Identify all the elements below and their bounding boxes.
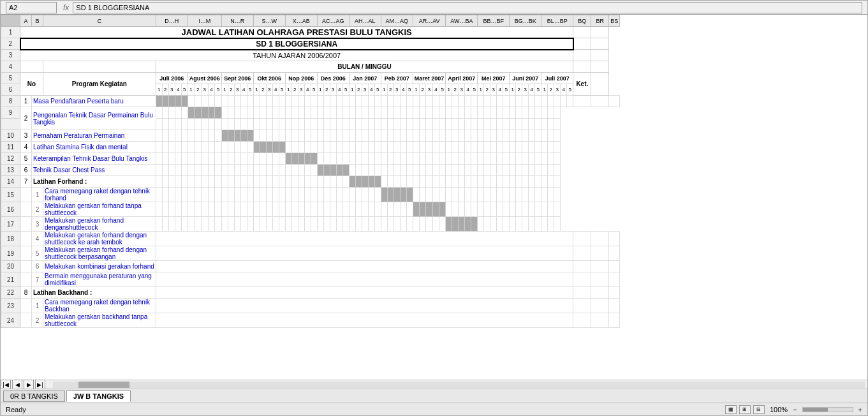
program-header: Program Kegiatan <box>43 73 156 96</box>
w11: 1 <box>221 84 228 96</box>
w34: 4 <box>368 84 374 96</box>
row-18: 18 4 Melakukan gerakan forhand dengan sh… <box>1 232 620 246</box>
w41: 1 <box>413 84 419 96</box>
r19-program: Melakukan gerakan forhand dengan shuttle… <box>43 246 156 261</box>
w30: 5 <box>342 84 349 96</box>
w28: 3 <box>330 84 336 96</box>
w7: 2 <box>195 84 202 96</box>
row-17: 17 3 Melakukan gerakan forhand denganshu… <box>1 217 620 232</box>
w43: 3 <box>426 84 432 96</box>
r8-w5 <box>181 96 188 107</box>
w45: 5 <box>439 84 446 96</box>
row5-extra <box>591 73 609 96</box>
sheet-content[interactable]: A B C D…H I…M N…R S…W X…AB AC…AG AH…AL A… <box>1 15 867 380</box>
r15-program: Cara memegang raket dengan tehnik forhan… <box>43 188 156 202</box>
row-22: 22 8 Latihan Backhand : <box>1 287 620 299</box>
row-num-1: 1 <box>1 27 20 38</box>
row-9: 9 2 Pengenalan Teknik Dasar Permainan Bu… <box>1 107 620 119</box>
w39: 4 <box>400 84 406 96</box>
row-5: 5 No Program Kegiatan Juli 2006 Agust 20… <box>1 73 620 84</box>
col-ar-av-header: AR…AV <box>413 15 446 27</box>
w4: 4 <box>175 84 181 96</box>
year-label: TAHUN AJARAN 2006/2007 <box>20 50 573 61</box>
w40: 5 <box>406 84 413 96</box>
w29: 4 <box>336 84 342 96</box>
h-scroll-thumb[interactable] <box>78 382 129 388</box>
row2-extra <box>591 38 609 50</box>
spreadsheet-grid: A B C D…H I…M N…R S…W X…AB AC…AG AH…AL A… <box>1 15 620 328</box>
r18-program: Melakukan gerakan forhand dengan shuttle… <box>43 232 156 246</box>
col-x-ab-header: X…AB <box>285 15 317 27</box>
w23: 3 <box>298 84 304 96</box>
row-num-9: 9 <box>1 107 20 119</box>
cell-reference[interactable]: A2 <box>6 2 57 13</box>
row-num-6: 6 <box>1 84 20 96</box>
w13: 3 <box>234 84 240 96</box>
w50: 5 <box>471 84 478 96</box>
w65: 5 <box>567 84 573 96</box>
row1-ket <box>573 27 591 38</box>
r8-w9 <box>208 96 215 107</box>
r8-w7 <box>195 96 202 107</box>
row-23: 23 1 Cara memegang raket dengan tehnik B… <box>1 299 620 313</box>
status-right: ▦ ⊞ ⊟ 100% − + <box>725 405 862 414</box>
row-num-4: 4 <box>1 61 20 73</box>
w62: 2 <box>548 84 554 96</box>
row-10: 10 3 Pemaham Peraturan Permainan <box>1 130 620 142</box>
main-title: JADWAL LATIHAN OLAHRAGA PRESTASI BULU TA… <box>20 27 573 38</box>
w12: 2 <box>228 84 234 96</box>
page-layout-icon[interactable]: ⊞ <box>739 405 751 414</box>
w61: 1 <box>541 84 548 96</box>
r22-program: Latihan Backhand : <box>32 287 156 299</box>
r8-w6 <box>188 96 195 107</box>
w38: 3 <box>394 84 400 96</box>
w27: 2 <box>323 84 330 96</box>
w49: 4 <box>465 84 471 96</box>
formula-bar[interactable]: SD 1 BLOGGERSIANA <box>73 2 862 13</box>
sheet-tab-jw[interactable]: JW B TANGKIS <box>66 390 131 402</box>
zoom-plus[interactable]: + <box>858 406 862 413</box>
zoom-minus[interactable]: − <box>793 406 797 413</box>
month-apr07: April 2007 <box>446 73 478 84</box>
normal-view-icon[interactable]: ▦ <box>725 405 737 414</box>
w21: 1 <box>285 84 291 96</box>
row-11: 11 4 Latihan Stamina Fisik dan mental <box>1 142 620 153</box>
month-aug06: Agust 2006 <box>188 73 221 84</box>
w15: 5 <box>247 84 253 96</box>
col-bq-header: BQ <box>573 15 591 27</box>
horizontal-scrollbar[interactable]: |◀ ◀ ▶ ▶| <box>1 380 867 389</box>
w55: 5 <box>503 84 510 96</box>
row-24: 24 2 Melakukan gerakan backhand tanpa sh… <box>1 313 620 328</box>
row-12: 12 5 Keterampilan Tehnik Dasar Bulu Tang… <box>1 153 620 165</box>
r8-w1 <box>156 96 162 107</box>
r11-no: 4 <box>20 142 32 153</box>
col-bs-header: BS <box>609 15 620 27</box>
r11-program: Latihan Stamina Fisik dan mental <box>32 142 156 153</box>
col-bg-bk-header: BG…BK <box>510 15 541 27</box>
r12-program: Keterampilan Tehnik Dasar Bulu Tangkis <box>32 153 156 165</box>
bulan-minggu-label: BULAN / MINGGU <box>156 61 573 73</box>
w35: 5 <box>374 84 381 96</box>
r16-subno: 2 <box>32 202 43 217</box>
col-bl-bp-header: BL…BP <box>541 15 573 27</box>
h-scroll-track[interactable] <box>53 382 865 388</box>
app-window: A2 fx SD 1 BLOGGERSIANA <box>0 0 868 416</box>
row4-ket <box>573 61 591 73</box>
w52: 2 <box>484 84 490 96</box>
r13-program: Tehnik Dasar Chest Pass <box>32 165 156 176</box>
col-br-header: BR <box>591 15 609 27</box>
zoom-slider[interactable] <box>802 407 853 412</box>
row-20: 20 6 Melakukan kombinasi gerakan forhand <box>1 261 620 272</box>
no-header: No <box>20 73 43 96</box>
w36: 1 <box>381 84 387 96</box>
sheet-tab-0r[interactable]: 0R B TANGKIS <box>3 390 65 402</box>
r13-no: 6 <box>20 165 32 176</box>
page-break-icon[interactable]: ⊟ <box>753 405 765 414</box>
month-mar07: Maret 2007 <box>413 73 446 84</box>
row-21: 21 7 Bermain menggunaka peraturan yang d… <box>1 272 620 287</box>
w19: 4 <box>272 84 279 96</box>
month-okt06: Okt 2006 <box>253 73 285 84</box>
w31: 1 <box>349 84 355 96</box>
w8: 3 <box>201 84 208 96</box>
row-num-15: 15 <box>1 188 20 202</box>
